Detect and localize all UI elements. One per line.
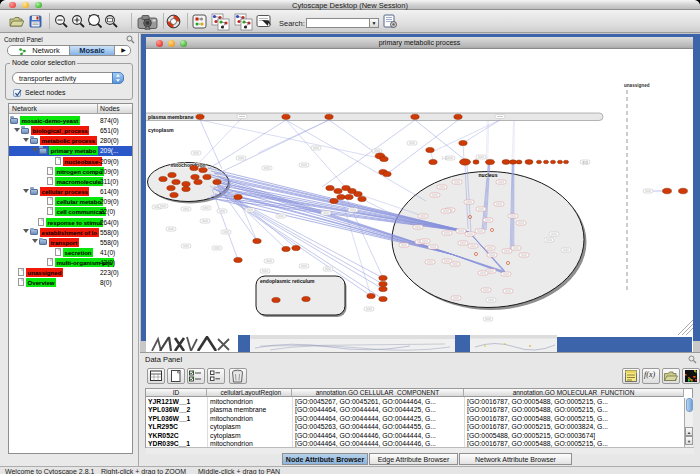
svg-text:endoplasmic reticulum: endoplasmic reticulum (260, 278, 315, 284)
svg-text:(...): (...) (583, 161, 588, 165)
svg-text:cytoplasm: cytoplasm (148, 127, 174, 133)
svg-text:(...): (...) (442, 156, 447, 160)
svg-text:unassigned: unassigned (624, 83, 650, 88)
svg-text:nucleus: nucleus (479, 172, 498, 178)
svg-text:mitochondrion: mitochondrion (171, 162, 206, 168)
svg-text:plasma membrane: plasma membrane (148, 114, 194, 120)
